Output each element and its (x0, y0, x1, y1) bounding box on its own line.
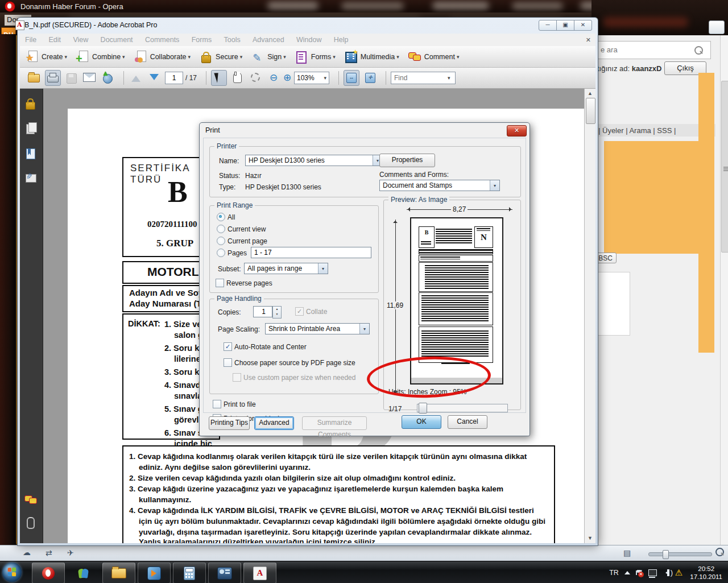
comments-panel-icon[interactable] (24, 494, 37, 506)
save-button[interactable] (64, 71, 79, 85)
radio-pages-label[interactable]: Pages (228, 249, 247, 257)
reverse-pages-checkbox[interactable] (216, 279, 224, 287)
cancel-button[interactable]: Cancel (448, 415, 487, 429)
properties-button[interactable]: Properties (379, 154, 435, 167)
collaborate-button[interactable]: Collaborate▾ (134, 51, 191, 63)
radio-current-page[interactable] (217, 237, 225, 245)
slider-thumb[interactable] (419, 403, 427, 414)
chevron-down-icon[interactable]: ▾ (359, 324, 369, 334)
comments-forms-select[interactable]: Document and Stamps ▾ (379, 180, 500, 191)
ok-button[interactable]: OK (402, 415, 441, 429)
next-page-button[interactable] (147, 71, 162, 85)
security-lock-icon[interactable] (24, 98, 37, 110)
multimedia-button[interactable]: ★ Multimedia▾ (345, 51, 399, 63)
taskbar-acrobat-button[interactable]: A (243, 563, 276, 583)
zoom-slider[interactable] (648, 552, 712, 556)
panels-toggle-icon[interactable]: ▤ (623, 548, 631, 557)
search-icon[interactable] (694, 46, 703, 55)
document-scrollbar-thumb[interactable] (586, 98, 595, 124)
comment-button[interactable]: Comment▾ (408, 51, 460, 63)
menu-window[interactable]: Window (291, 34, 326, 44)
zoom-in-button[interactable]: ⊕ (280, 71, 294, 85)
zoom-out-button[interactable]: ⊖ (267, 71, 280, 85)
chevron-down-icon[interactable]: ▾ (318, 263, 328, 274)
menu-help[interactable]: Help (329, 34, 354, 44)
fit-page-button[interactable]: ✛ (363, 71, 378, 85)
pages-panel-icon[interactable] (24, 123, 37, 135)
opera-panel-button[interactable] (709, 20, 725, 34)
sync-arrows-icon[interactable]: ⇄ (46, 548, 52, 557)
auto-rotate-checkbox[interactable]: ✓ (224, 342, 232, 351)
zoom-menu-icon[interactable] (715, 548, 724, 556)
taskbar-mediaplayer-button[interactable] (138, 563, 171, 583)
reverse-pages-label[interactable]: Reverse pages (226, 279, 272, 287)
taskbar-explorer-button[interactable] (102, 563, 135, 583)
secure-button[interactable]: Secure▾ (200, 51, 242, 63)
menu-tools[interactable]: Tools (218, 34, 245, 44)
clock[interactable]: 20:52 17.10.2011 (690, 565, 722, 581)
opera-scrollbar[interactable] (720, 35, 728, 546)
find-box[interactable]: ▾ (391, 72, 456, 84)
paper-source-label[interactable]: Choose paper source by PDF page size (234, 359, 355, 367)
taskbar-controlpanel-button[interactable] (208, 563, 241, 583)
print-to-file-label[interactable]: Print to file (224, 400, 256, 408)
toolbar-close-icon[interactable]: ✕ (586, 36, 591, 44)
menu-document[interactable]: Document (96, 34, 138, 44)
radio-current-page-label[interactable]: Current page (228, 237, 267, 245)
menu-edit[interactable]: Edit (44, 34, 67, 44)
print-button[interactable] (45, 70, 61, 86)
copies-input[interactable] (253, 306, 272, 317)
taskbar-calculator-button[interactable] (173, 563, 206, 583)
email-button[interactable] (82, 71, 97, 85)
page-scaling-select[interactable]: Shrink to Printable Area ▾ (265, 323, 370, 334)
printing-tips-button[interactable]: Printing Tips (209, 416, 250, 430)
start-button[interactable] (2, 563, 22, 582)
sign-button[interactable]: ✎ Sign▾ (251, 51, 286, 63)
open-button[interactable] (27, 71, 42, 85)
menu-file[interactable]: File (20, 34, 42, 44)
taskbar-messenger-button[interactable] (67, 563, 100, 583)
print-to-file-checkbox[interactable] (213, 400, 221, 408)
opera-scrollbar-thumb[interactable] (721, 81, 728, 253)
forms-button[interactable]: Forms▾ (295, 51, 336, 63)
radio-current-view-label[interactable]: Current view (228, 225, 266, 233)
signatures-panel-icon[interactable] (24, 172, 37, 184)
printer-name-select[interactable]: HP Deskjet D1300 series ▾ (245, 155, 383, 166)
subset-select[interactable]: All pages in range ▾ (244, 263, 328, 274)
copies-stepper[interactable]: ▲▼ (272, 306, 282, 319)
scroll-down-icon[interactable]: ▼ (586, 535, 594, 541)
sync-cloud-icon[interactable]: ☁ (23, 548, 31, 557)
menu-view[interactable]: View (68, 34, 93, 44)
pages-range-input[interactable] (251, 247, 371, 258)
radio-pages[interactable] (217, 249, 225, 257)
radio-all[interactable] (217, 213, 225, 221)
zoom-slider-thumb[interactable] (663, 550, 669, 559)
upload-button[interactable]: ▲ (101, 71, 115, 85)
attachments-panel-icon[interactable] (24, 516, 37, 529)
marquee-zoom-button[interactable] (249, 71, 263, 85)
acrobat-minimize-icon[interactable]: ─ (539, 20, 557, 31)
create-button[interactable]: ★ Create▾ (26, 51, 67, 63)
auto-rotate-label[interactable]: Auto-Rotate and Center (234, 343, 307, 351)
bookmarks-panel-icon[interactable] (24, 147, 37, 160)
combine-button[interactable]: + Combine▾ (76, 51, 125, 63)
radio-current-view[interactable] (217, 225, 225, 233)
acrobat-restore-icon[interactable]: ▣ (556, 20, 574, 31)
scroll-up-icon[interactable]: ▲ (586, 90, 594, 96)
dialog-close-icon[interactable]: ✕ (507, 125, 527, 137)
fit-width-button[interactable]: ↔ (344, 70, 359, 86)
volume-icon[interactable] (663, 570, 669, 576)
chevron-down-icon[interactable]: ▾ (490, 180, 499, 191)
previous-page-button[interactable] (129, 71, 143, 85)
turbo-icon[interactable]: ✈ (67, 548, 74, 557)
hand-tool-button[interactable] (230, 71, 245, 85)
acrobat-close-icon[interactable]: ✕ (574, 20, 592, 31)
find-input[interactable] (391, 73, 446, 82)
preview-page-slider[interactable] (417, 404, 508, 412)
network-icon[interactable] (648, 569, 657, 576)
show-hidden-icons[interactable] (624, 570, 630, 574)
acrobat-window-controls[interactable]: ─ ▣ ✕ (539, 20, 592, 31)
menu-comments[interactable]: Comments (140, 34, 184, 44)
advanced-button[interactable]: Advanced (254, 416, 294, 430)
action-center-icon[interactable]: ✕ (636, 570, 643, 575)
